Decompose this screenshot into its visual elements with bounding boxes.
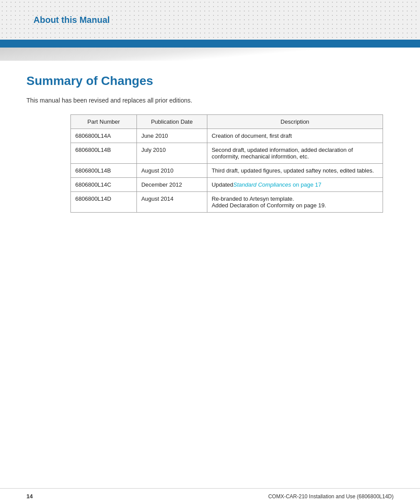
header-title-bar: About this Manual [0,0,420,40]
col-header-pubdate: Publication Date [136,115,207,129]
cell-partnumber: 6806800L14C [71,178,137,192]
cell-pubdate: July 2010 [136,143,207,164]
cell-partnumber: 6806800L14D [71,192,137,213]
footer-doc-title: COMX-CAR-210 Installation and Use (68068… [268,493,394,500]
page-title: About this Manual [33,15,110,25]
cell-pubdate: June 2010 [136,129,207,143]
cell-description: UpdatedStandard Compliances on page 17 [207,178,383,192]
cell-description: Third draft, updated figures, updated sa… [207,164,383,178]
cell-pubdate: August 2014 [136,192,207,213]
cell-partnumber: 6806800L14B [71,143,137,164]
table-header-row: Part Number Publication Date Description [71,115,383,129]
changes-table: Part Number Publication Date Description… [70,114,383,213]
cell-pubdate: August 2010 [136,164,207,178]
gray-stripe [0,48,420,61]
cell-description: Second draft, updated information, added… [207,143,383,164]
table-row: 6806800L14C December 2012 UpdatedStandar… [71,178,383,192]
table-row: 6806800L14B August 2010 Third draft, upd… [71,164,383,178]
section-title: Summary of Changes [26,74,394,88]
intro-text: This manual has been revised and replace… [26,97,394,104]
standard-compliances-link[interactable]: Standard Compliances on page 17 [233,181,321,188]
blue-stripe [0,40,420,48]
cell-description: Creation of document, first draft [207,129,383,143]
footer-page-number: 14 [26,493,33,500]
header: About this Manual [0,0,420,40]
cell-description: Re-branded to Artesyn template. Added De… [207,192,383,213]
table-row: 6806800L14B July 2010 Second draft, upda… [71,143,383,164]
cell-partnumber: 6806800L14B [71,164,137,178]
table-row: 6806800L14D August 2014 Re-branded to Ar… [71,192,383,213]
table-row: 6806800L14A June 2010 Creation of docume… [71,129,383,143]
col-header-description: Description [207,115,383,129]
main-content: Summary of Changes This manual has been … [0,61,420,239]
cell-pubdate: December 2012 [136,178,207,192]
cell-partnumber: 6806800L14A [71,129,137,143]
col-header-partnumber: Part Number [71,115,137,129]
footer: 14 COMX-CAR-210 Installation and Use (68… [0,488,420,504]
